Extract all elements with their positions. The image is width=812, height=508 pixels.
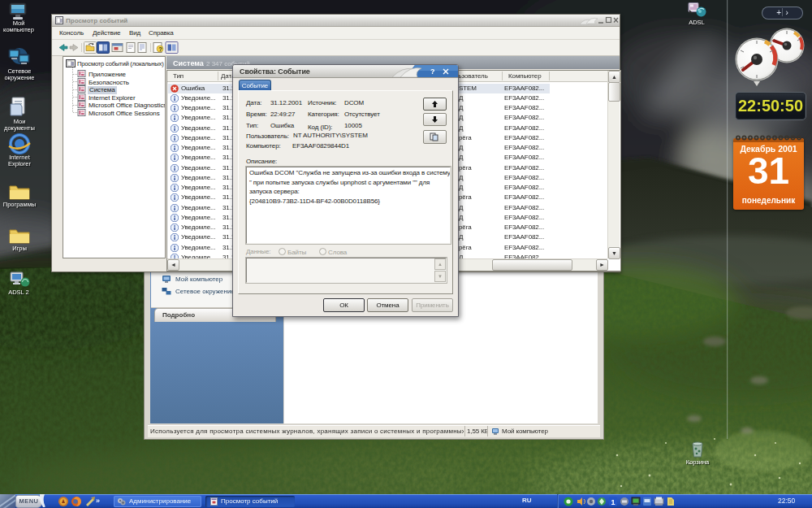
svg-text:1: 1 [611,498,615,506]
svg-text:?: ? [158,46,162,53]
